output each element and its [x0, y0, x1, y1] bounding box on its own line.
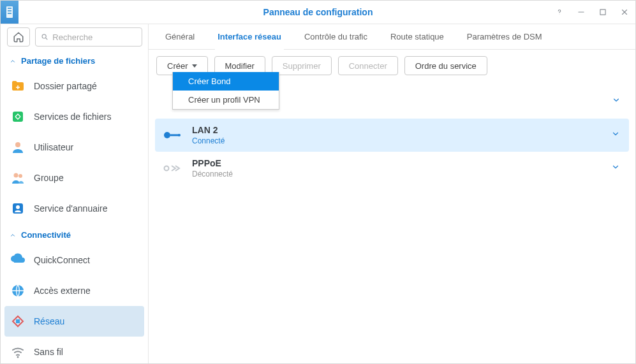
- button-label: Supprimer: [283, 61, 321, 71]
- sidebar-item-wireless[interactable]: Sans fil: [1, 337, 148, 363]
- pppoe-icon: [161, 162, 182, 175]
- tab-label: Contrôle du trafic: [304, 32, 367, 41]
- interface-name: LAN 2: [192, 125, 225, 135]
- sidebar-item-label: Accès externe: [34, 286, 91, 296]
- menu-item-create-vpn[interactable]: Créer un profil VPN: [173, 91, 279, 109]
- button-label: Ordre du service: [415, 61, 477, 71]
- sidebar-item-user[interactable]: Utilisateur: [1, 132, 148, 163]
- interface-status: Connecté: [192, 136, 225, 145]
- interface-row-pppoe[interactable]: PPPoE Déconnecté: [155, 152, 629, 185]
- interface-row-lan2[interactable]: LAN 2 Connecté: [155, 119, 629, 152]
- sidebar-item-shared-folder[interactable]: Dossier partagé: [1, 71, 148, 101]
- quickconnect-icon: [10, 252, 26, 268]
- sidebar-item-file-services[interactable]: Services de fichiers: [1, 101, 148, 132]
- svg-point-16: [16, 205, 20, 209]
- sidebar-item-directory[interactable]: Service d'annuaire: [1, 193, 148, 224]
- svg-point-14: [18, 174, 22, 178]
- sidebar-item-label: Utilisateur: [34, 142, 73, 152]
- interface-name: PPPoE: [192, 158, 233, 168]
- shared-folder-icon: [10, 78, 26, 94]
- button-label: Modifier: [225, 61, 255, 71]
- help-icon[interactable]: [554, 6, 565, 18]
- chevron-down-icon[interactable]: [611, 163, 620, 174]
- external-access-icon: [10, 282, 26, 299]
- section-label: Partage de fichiers: [21, 56, 95, 66]
- tab-label: Paramètres de DSM: [467, 32, 542, 41]
- search-input-wrapper[interactable]: [35, 27, 142, 47]
- svg-rect-2: [8, 10, 11, 11]
- file-services-icon: [10, 108, 26, 125]
- directory-icon: [10, 200, 26, 217]
- menu-item-label: Créer Bond: [188, 76, 230, 86]
- svg-point-23: [165, 166, 169, 171]
- svg-point-9: [42, 34, 46, 38]
- sidebar: Partage de fichiers Dossier partagé Serv…: [1, 24, 149, 363]
- service-order-button[interactable]: Ordre du service: [404, 56, 487, 75]
- chevron-down-icon[interactable]: [612, 96, 621, 107]
- window-title: Panneau de configuration: [1, 7, 635, 17]
- svg-rect-1: [8, 8, 11, 9]
- window-titlebar: Panneau de configuration: [1, 1, 635, 24]
- sidebar-item-label: Sans fil: [34, 347, 63, 357]
- svg-point-20: [164, 132, 170, 138]
- create-dropdown: Créer Bond Créer un profil VPN: [172, 72, 279, 110]
- lan-connected-icon: [161, 129, 182, 142]
- menu-item-label: Créer un profil VPN: [188, 95, 260, 105]
- sidebar-item-network[interactable]: Réseau: [4, 306, 144, 337]
- button-label: Créer: [167, 61, 188, 71]
- svg-rect-18: [16, 319, 20, 323]
- sidebar-item-quickconnect[interactable]: QuickConnect: [1, 245, 148, 275]
- delete-button[interactable]: Supprimer: [272, 56, 332, 75]
- tab-bar: Général Interface réseau Contrôle du tra…: [149, 24, 635, 50]
- tab-general[interactable]: Général: [154, 24, 206, 49]
- maximize-icon[interactable]: [597, 6, 609, 18]
- sidebar-item-label: Services de fichiers: [34, 112, 111, 122]
- section-label: Connectivité: [21, 230, 71, 240]
- group-icon: [10, 170, 26, 186]
- tab-traffic-control[interactable]: Contrôle du trafic: [293, 24, 379, 49]
- chevron-up-icon: [10, 232, 16, 238]
- caret-down-icon: [192, 64, 197, 68]
- button-label: Connecter: [349, 61, 387, 71]
- sidebar-item-label: QuickConnect: [34, 255, 90, 265]
- search-icon: [41, 33, 48, 41]
- tab-label: Général: [165, 32, 195, 41]
- tab-static-route[interactable]: Route statique: [379, 24, 455, 49]
- sidebar-item-label: Groupe: [34, 173, 64, 183]
- chevron-up-icon: [10, 58, 16, 64]
- control-panel-icon: [1, 1, 18, 24]
- tab-network-interface[interactable]: Interface réseau: [206, 24, 293, 49]
- sidebar-item-label: Réseau: [34, 316, 64, 326]
- svg-line-10: [46, 38, 48, 40]
- sidebar-item-group[interactable]: Groupe: [1, 163, 148, 193]
- svg-rect-11: [13, 112, 23, 122]
- minimize-icon[interactable]: [575, 6, 587, 18]
- network-icon: [10, 313, 26, 330]
- svg-point-13: [14, 173, 18, 178]
- sidebar-item-label: Dossier partagé: [34, 81, 97, 91]
- tab-dsm-settings[interactable]: Paramètres de DSM: [455, 24, 554, 49]
- sidebar-section-sharing[interactable]: Partage de fichiers: [1, 50, 148, 71]
- svg-point-22: [178, 134, 181, 136]
- search-input[interactable]: [52, 33, 137, 42]
- sidebar-section-connectivity[interactable]: Connectivité: [1, 224, 148, 245]
- wireless-icon: [10, 344, 26, 360]
- interface-status: Déconnecté: [192, 170, 233, 178]
- home-button[interactable]: [7, 27, 30, 47]
- sidebar-item-external-access[interactable]: Accès externe: [1, 275, 148, 306]
- sidebar-item-label: Service d'annuaire: [34, 203, 108, 214]
- svg-point-4: [559, 14, 560, 15]
- svg-rect-3: [8, 13, 11, 14]
- chevron-down-icon[interactable]: [611, 129, 620, 141]
- user-icon: [10, 139, 26, 156]
- home-icon: [13, 31, 24, 43]
- close-icon[interactable]: [619, 6, 630, 18]
- svg-rect-6: [600, 10, 605, 15]
- connect-button[interactable]: Connecter: [338, 56, 398, 75]
- tab-label: Route statique: [390, 32, 444, 41]
- svg-point-12: [15, 142, 20, 147]
- menu-item-create-bond[interactable]: Créer Bond: [173, 72, 279, 91]
- tab-label: Interface réseau: [218, 32, 281, 41]
- svg-point-19: [17, 356, 19, 358]
